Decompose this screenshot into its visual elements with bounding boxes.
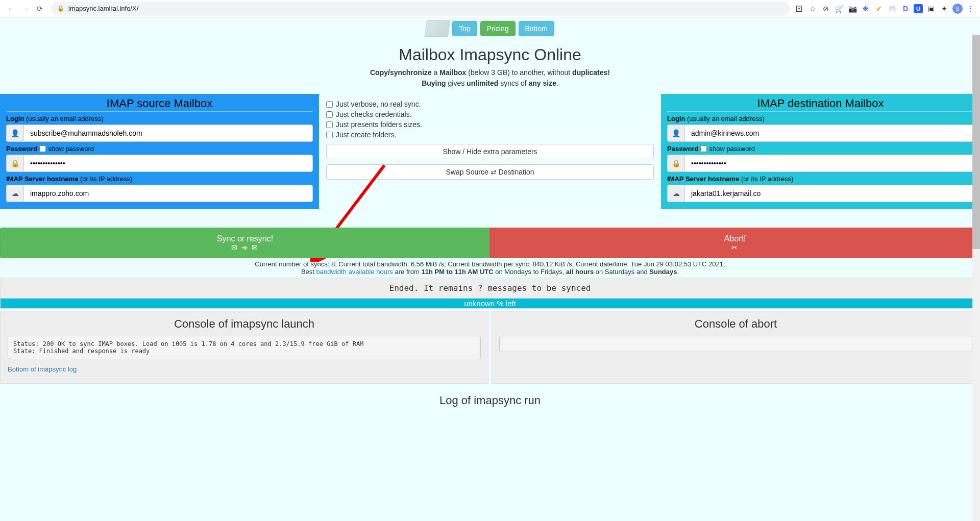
url-text: imapsync.lamiral.info/X/ bbox=[68, 5, 138, 12]
dest-password-input[interactable] bbox=[684, 155, 974, 172]
abort-icon: ✂ bbox=[496, 243, 974, 252]
ext-icon-5[interactable]: ✔ bbox=[874, 4, 884, 14]
console-abort-output bbox=[499, 336, 972, 352]
cloud-icon: ☁ bbox=[6, 185, 23, 202]
swap-button[interactable]: Swap Source ⇄ Destination bbox=[326, 164, 654, 180]
abort-button[interactable]: Abort! ✂ bbox=[490, 228, 980, 258]
subtitle-2: Buying gives unlimited syncs of any size… bbox=[0, 78, 980, 89]
options-panel: Just verbose, no real sync. Just checks … bbox=[319, 94, 661, 209]
subtitle-1: Copy/synchronize a Mailbox (below 3 GB) … bbox=[0, 67, 980, 78]
console-abort: Console of abort bbox=[492, 311, 980, 384]
page-title: Mailbox Imapsync Online bbox=[0, 45, 980, 64]
ext-icon-7[interactable]: D bbox=[900, 4, 911, 14]
extensions-icon[interactable]: ✦ bbox=[939, 4, 949, 14]
opt-check-creds[interactable]: Just checks credentials. bbox=[326, 110, 654, 118]
bottom-of-log-link[interactable]: Bottom of imapsync log bbox=[8, 365, 77, 373]
source-password-input[interactable] bbox=[23, 155, 313, 172]
dest-login-input[interactable] bbox=[684, 125, 974, 142]
back-button[interactable]: ← bbox=[4, 2, 18, 16]
console-launch-title: Console of imapsync launch bbox=[8, 317, 481, 331]
progress-bar: unknown % left bbox=[0, 299, 980, 309]
page: Top Pricing Bottom Mailbox Imapsync Onli… bbox=[0, 17, 980, 521]
lock-icon: 🔒 bbox=[667, 155, 684, 172]
user-icon: 👤 bbox=[6, 125, 23, 142]
ended-status: Ended. It remains ? messages to be synce… bbox=[0, 278, 980, 299]
imapsync-logo bbox=[425, 20, 450, 37]
ext-icon-2[interactable]: 🛒 bbox=[834, 4, 844, 14]
console-launch: Console of imapsync launch Status: 200 O… bbox=[0, 311, 488, 384]
nav-pricing-button[interactable]: Pricing bbox=[480, 21, 516, 36]
console-abort-title: Console of abort bbox=[499, 317, 972, 331]
ext-icon-1[interactable]: ⊘ bbox=[821, 4, 831, 14]
source-show-password-checkbox[interactable] bbox=[39, 145, 46, 152]
nav-top-button[interactable]: Top bbox=[452, 21, 477, 36]
ext-icon-6[interactable]: ▤ bbox=[887, 4, 897, 14]
ext-icon-8[interactable]: U bbox=[914, 4, 923, 13]
sync-icons: ✉ ➔ ✉ bbox=[6, 243, 484, 252]
dest-panel: IMAP destination Mailbox Login (usually … bbox=[661, 94, 980, 209]
user-icon: 👤 bbox=[667, 125, 684, 142]
show-hide-params-button[interactable]: Show / Hide extra parameters bbox=[326, 144, 654, 159]
lock-icon: 🔒 bbox=[6, 155, 23, 172]
star-icon[interactable]: ☆ bbox=[807, 4, 818, 14]
address-bar[interactable]: 🔒 imapsync.lamiral.info/X/ bbox=[51, 2, 790, 16]
lock-icon: 🔒 bbox=[57, 5, 64, 12]
source-panel: IMAP source Mailbox Login (usually an em… bbox=[0, 94, 319, 209]
top-nav: Top Pricing Bottom bbox=[0, 17, 980, 40]
dest-host-input[interactable] bbox=[684, 185, 974, 202]
bandwidth-hours-link[interactable]: bandwidth available hours bbox=[316, 268, 393, 276]
swap-icon: ⇄ bbox=[491, 168, 497, 176]
dest-show-password-checkbox[interactable] bbox=[700, 145, 707, 152]
opt-folder-sizes[interactable]: Just presents folders sizes. bbox=[326, 120, 654, 129]
key-icon[interactable]: ⚿ bbox=[794, 4, 804, 14]
ext-icon-9[interactable]: ▣ bbox=[926, 4, 936, 14]
source-login-input[interactable] bbox=[23, 125, 313, 142]
dest-title: IMAP destination Mailbox bbox=[667, 97, 974, 112]
opt-create-folders[interactable]: Just create folders. bbox=[326, 131, 654, 139]
forward-button[interactable]: → bbox=[18, 2, 33, 16]
nav-bottom-button[interactable]: Bottom bbox=[519, 21, 554, 36]
opt-verbose[interactable]: Just verbose, no real sync. bbox=[326, 100, 654, 108]
reload-button[interactable]: ⟳ bbox=[33, 2, 47, 16]
source-title: IMAP source Mailbox bbox=[6, 97, 313, 112]
status-text: Current number of syncs: 8; Current tota… bbox=[0, 258, 980, 276]
scrollbar-thumb[interactable] bbox=[972, 35, 980, 249]
cloud-icon: ☁ bbox=[667, 185, 684, 202]
ext-icon-4[interactable]: ❋ bbox=[861, 4, 871, 14]
menu-icon[interactable]: ⋮ bbox=[966, 4, 976, 14]
sync-button[interactable]: Sync or resync! ✉ ➔ ✉ bbox=[0, 228, 490, 258]
scrollbar[interactable] bbox=[972, 35, 980, 521]
browser-chrome: ← → ⟳ 🔒 imapsync.lamiral.info/X/ ⚿ ☆ ⊘ 🛒… bbox=[0, 0, 980, 17]
avatar[interactable]: S bbox=[952, 4, 963, 14]
console-launch-output: Status: 200 OK to sync IMAP boxes. Load … bbox=[8, 336, 481, 359]
ext-icon-3[interactable]: 📷 bbox=[847, 4, 857, 14]
log-title: Log of imapsync run bbox=[0, 394, 980, 407]
source-host-input[interactable] bbox=[23, 185, 313, 202]
